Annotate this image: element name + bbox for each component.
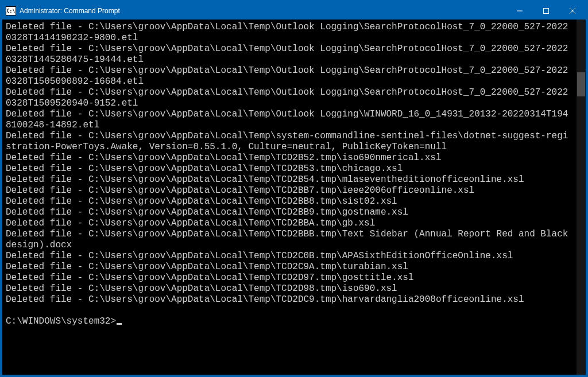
output-line: Deleted file - C:\Users\groov\AppData\Lo… (6, 87, 568, 108)
titlebar[interactable]: C:\ Administrator: Command Prompt (2, 2, 586, 20)
terminal-area: Deleted file - C:\Users\groov\AppData\Lo… (2, 20, 586, 375)
output-line: Deleted file - C:\Users\groov\AppData\Lo… (6, 207, 408, 217)
minimize-button[interactable] (506, 2, 533, 20)
output-line: Deleted file - C:\Users\groov\AppData\Lo… (6, 218, 375, 228)
window-title: Administrator: Command Prompt (20, 7, 120, 15)
output-line: Deleted file - C:\Users\groov\AppData\Lo… (6, 174, 524, 185)
output-line: Deleted file - C:\Users\groov\AppData\Lo… (6, 153, 442, 163)
terminal-output[interactable]: Deleted file - C:\Users\groov\AppData\Lo… (2, 20, 577, 375)
close-button[interactable] (559, 2, 586, 20)
svg-rect-1 (544, 9, 549, 14)
output-line: Deleted file - C:\Users\groov\AppData\Lo… (6, 185, 474, 196)
output-line: Deleted file - C:\Users\groov\AppData\Lo… (6, 131, 568, 152)
prompt: C:\WINDOWS\system32> (6, 316, 116, 327)
output-line: Deleted file - C:\Users\groov\AppData\Lo… (6, 262, 408, 272)
output-line: Deleted file - C:\Users\groov\AppData\Lo… (6, 196, 397, 207)
output-line: Deleted file - C:\Users\groov\AppData\Lo… (6, 229, 574, 250)
output-line: Deleted file - C:\Users\groov\AppData\Lo… (6, 251, 513, 261)
cursor (117, 323, 122, 325)
output-line: Deleted file - C:\Users\groov\AppData\Lo… (6, 273, 414, 283)
output-line: Deleted file - C:\Users\groov\AppData\Lo… (6, 44, 568, 65)
output-line: Deleted file - C:\Users\groov\AppData\Lo… (6, 22, 568, 43)
output-line: Deleted file - C:\Users\groov\AppData\Lo… (6, 164, 403, 174)
scrollbar-track[interactable] (577, 20, 586, 375)
minimize-icon (517, 8, 523, 14)
output-line: Deleted file - C:\Users\groov\AppData\Lo… (6, 109, 568, 130)
maximize-icon (543, 8, 549, 14)
command-prompt-window: C:\ Administrator: Command Prompt Delete… (2, 2, 586, 375)
cmd-icon: C:\ (6, 6, 16, 15)
output-line: Deleted file - C:\Users\groov\AppData\Lo… (6, 294, 524, 305)
close-icon (570, 8, 575, 14)
scrollbar-thumb[interactable] (577, 72, 585, 96)
maximize-button[interactable] (533, 2, 559, 20)
output-line: Deleted file - C:\Users\groov\AppData\Lo… (6, 283, 397, 294)
output-line: Deleted file - C:\Users\groov\AppData\Lo… (6, 65, 568, 87)
